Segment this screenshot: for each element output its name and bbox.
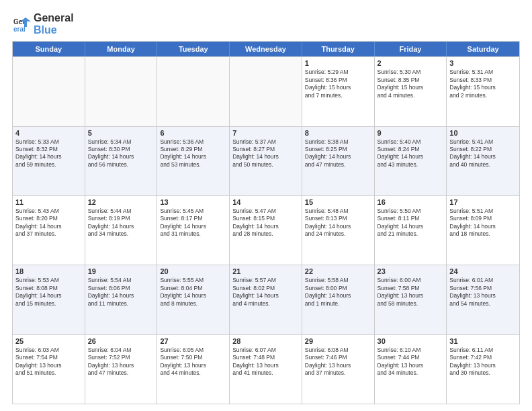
- weekday-header-saturday: Saturday: [447, 42, 519, 56]
- day-info: Sunrise: 5:55 AM Sunset: 8:04 PM Dayligh…: [160, 277, 226, 308]
- day-number: 19: [88, 267, 154, 275]
- day-number: 4: [15, 129, 82, 137]
- weekday-header-monday: Monday: [85, 42, 158, 56]
- day-number: 25: [15, 337, 82, 345]
- calendar: SundayMondayTuesdayWednesdayThursdayFrid…: [12, 41, 520, 404]
- day-info: Sunrise: 5:58 AM Sunset: 8:00 PM Dayligh…: [305, 277, 371, 308]
- day-cell-24: 24Sunrise: 6:01 AM Sunset: 7:56 PM Dayli…: [447, 265, 519, 334]
- day-cell-1: 1Sunrise: 5:29 AM Sunset: 8:36 PM Daylig…: [302, 57, 375, 126]
- weekday-header-thursday: Thursday: [302, 42, 375, 56]
- day-cell-20: 20Sunrise: 5:55 AM Sunset: 8:04 PM Dayli…: [157, 265, 230, 334]
- day-number: 16: [378, 198, 444, 206]
- svg-text:eral: eral: [13, 26, 26, 33]
- day-info: Sunrise: 5:57 AM Sunset: 8:02 PM Dayligh…: [232, 277, 299, 308]
- day-info: Sunrise: 5:33 AM Sunset: 8:32 PM Dayligh…: [15, 138, 82, 169]
- day-cell-23: 23Sunrise: 6:00 AM Sunset: 7:58 PM Dayli…: [375, 265, 447, 334]
- day-number: 14: [232, 198, 299, 206]
- day-number: 12: [88, 198, 154, 206]
- day-number: 31: [449, 337, 517, 345]
- day-info: Sunrise: 5:53 AM Sunset: 8:08 PM Dayligh…: [15, 277, 82, 308]
- day-cell-14: 14Sunrise: 5:47 AM Sunset: 8:15 PM Dayli…: [230, 196, 302, 265]
- calendar-header: SundayMondayTuesdayWednesdayThursdayFrid…: [13, 42, 519, 56]
- logo-blue: Blue: [34, 24, 74, 36]
- day-number: 1: [305, 59, 371, 67]
- day-cell-15: 15Sunrise: 5:48 AM Sunset: 8:13 PM Dayli…: [302, 196, 375, 265]
- day-cell-28: 28Sunrise: 6:07 AM Sunset: 7:48 PM Dayli…: [230, 335, 302, 404]
- day-info: Sunrise: 5:41 AM Sunset: 8:22 PM Dayligh…: [449, 138, 517, 169]
- day-number: 21: [232, 267, 299, 275]
- day-info: Sunrise: 5:40 AM Sunset: 8:24 PM Dayligh…: [378, 138, 444, 169]
- day-info: Sunrise: 6:03 AM Sunset: 7:54 PM Dayligh…: [15, 347, 82, 377]
- day-number: 23: [378, 267, 444, 275]
- empty-cell: [85, 57, 158, 126]
- day-cell-18: 18Sunrise: 5:53 AM Sunset: 8:08 PM Dayli…: [13, 265, 85, 334]
- day-cell-4: 4Sunrise: 5:33 AM Sunset: 8:32 PM Daylig…: [13, 127, 85, 195]
- day-number: 30: [378, 337, 444, 345]
- empty-cell: [13, 57, 85, 126]
- day-cell-31: 31Sunrise: 6:11 AM Sunset: 7:42 PM Dayli…: [447, 335, 519, 404]
- calendar-row-2: 4Sunrise: 5:33 AM Sunset: 8:32 PM Daylig…: [13, 126, 519, 195]
- day-cell-7: 7Sunrise: 5:37 AM Sunset: 8:27 PM Daylig…: [230, 127, 302, 195]
- logo-icon: Gen eral: [12, 15, 31, 34]
- calendar-body: 1Sunrise: 5:29 AM Sunset: 8:36 PM Daylig…: [13, 56, 519, 404]
- day-cell-30: 30Sunrise: 6:10 AM Sunset: 7:44 PM Dayli…: [375, 335, 447, 404]
- day-number: 11: [15, 198, 82, 206]
- day-number: 13: [160, 198, 226, 206]
- day-number: 2: [378, 59, 444, 67]
- day-number: 27: [160, 337, 226, 345]
- day-cell-11: 11Sunrise: 5:43 AM Sunset: 8:20 PM Dayli…: [13, 196, 85, 265]
- empty-cell: [230, 57, 302, 126]
- weekday-header-wednesday: Wednesday: [230, 42, 302, 56]
- day-info: Sunrise: 5:38 AM Sunset: 8:25 PM Dayligh…: [305, 138, 371, 169]
- day-cell-5: 5Sunrise: 5:34 AM Sunset: 8:30 PM Daylig…: [85, 127, 158, 195]
- day-number: 10: [449, 129, 517, 137]
- calendar-row-4: 18Sunrise: 5:53 AM Sunset: 8:08 PM Dayli…: [13, 265, 519, 334]
- day-info: Sunrise: 5:36 AM Sunset: 8:29 PM Dayligh…: [160, 138, 226, 169]
- day-number: 6: [160, 129, 226, 137]
- day-info: Sunrise: 6:01 AM Sunset: 7:56 PM Dayligh…: [449, 277, 517, 308]
- day-info: Sunrise: 5:45 AM Sunset: 8:17 PM Dayligh…: [160, 208, 226, 238]
- day-number: 20: [160, 267, 226, 275]
- day-cell-22: 22Sunrise: 5:58 AM Sunset: 8:00 PM Dayli…: [302, 265, 375, 334]
- calendar-row-1: 1Sunrise: 5:29 AM Sunset: 8:36 PM Daylig…: [13, 56, 519, 126]
- day-info: Sunrise: 5:34 AM Sunset: 8:30 PM Dayligh…: [88, 138, 154, 169]
- day-info: Sunrise: 5:29 AM Sunset: 8:36 PM Dayligh…: [305, 68, 371, 99]
- day-number: 17: [449, 198, 517, 206]
- day-cell-12: 12Sunrise: 5:44 AM Sunset: 8:19 PM Dayli…: [85, 196, 158, 265]
- day-cell-2: 2Sunrise: 5:30 AM Sunset: 8:35 PM Daylig…: [375, 57, 447, 126]
- calendar-row-3: 11Sunrise: 5:43 AM Sunset: 8:20 PM Dayli…: [13, 195, 519, 265]
- day-number: 5: [88, 129, 154, 137]
- logo: Gen eral General Blue: [12, 12, 74, 36]
- day-cell-16: 16Sunrise: 5:50 AM Sunset: 8:11 PM Dayli…: [375, 196, 447, 265]
- day-info: Sunrise: 5:43 AM Sunset: 8:20 PM Dayligh…: [15, 208, 82, 238]
- day-number: 8: [305, 129, 371, 137]
- day-info: Sunrise: 5:51 AM Sunset: 8:09 PM Dayligh…: [449, 208, 517, 238]
- day-info: Sunrise: 5:50 AM Sunset: 8:11 PM Dayligh…: [378, 208, 444, 238]
- day-cell-10: 10Sunrise: 5:41 AM Sunset: 8:22 PM Dayli…: [447, 127, 519, 195]
- day-number: 22: [305, 267, 371, 275]
- day-cell-13: 13Sunrise: 5:45 AM Sunset: 8:17 PM Dayli…: [157, 196, 230, 265]
- day-cell-19: 19Sunrise: 5:54 AM Sunset: 8:06 PM Dayli…: [85, 265, 158, 334]
- day-cell-21: 21Sunrise: 5:57 AM Sunset: 8:02 PM Dayli…: [230, 265, 302, 334]
- day-info: Sunrise: 6:08 AM Sunset: 7:46 PM Dayligh…: [305, 347, 371, 377]
- day-cell-17: 17Sunrise: 5:51 AM Sunset: 8:09 PM Dayli…: [447, 196, 519, 265]
- header: Gen eral General Blue: [12, 12, 520, 36]
- page: Gen eral General Blue SundayMondayTuesda…: [0, 0, 532, 411]
- day-cell-8: 8Sunrise: 5:38 AM Sunset: 8:25 PM Daylig…: [302, 127, 375, 195]
- day-cell-27: 27Sunrise: 6:05 AM Sunset: 7:50 PM Dayli…: [157, 335, 230, 404]
- day-number: 26: [88, 337, 154, 345]
- day-cell-9: 9Sunrise: 5:40 AM Sunset: 8:24 PM Daylig…: [375, 127, 447, 195]
- day-info: Sunrise: 5:31 AM Sunset: 8:33 PM Dayligh…: [449, 68, 517, 99]
- day-info: Sunrise: 6:10 AM Sunset: 7:44 PM Dayligh…: [378, 347, 444, 377]
- day-info: Sunrise: 6:05 AM Sunset: 7:50 PM Dayligh…: [160, 347, 226, 377]
- day-number: 18: [15, 267, 82, 275]
- day-info: Sunrise: 6:00 AM Sunset: 7:58 PM Dayligh…: [378, 277, 444, 308]
- day-number: 7: [232, 129, 299, 137]
- weekday-header-tuesday: Tuesday: [157, 42, 230, 56]
- day-info: Sunrise: 5:48 AM Sunset: 8:13 PM Dayligh…: [305, 208, 371, 238]
- day-number: 3: [449, 59, 517, 67]
- day-info: Sunrise: 5:37 AM Sunset: 8:27 PM Dayligh…: [232, 138, 299, 169]
- day-cell-6: 6Sunrise: 5:36 AM Sunset: 8:29 PM Daylig…: [157, 127, 230, 195]
- day-number: 15: [305, 198, 371, 206]
- day-info: Sunrise: 5:47 AM Sunset: 8:15 PM Dayligh…: [232, 208, 299, 238]
